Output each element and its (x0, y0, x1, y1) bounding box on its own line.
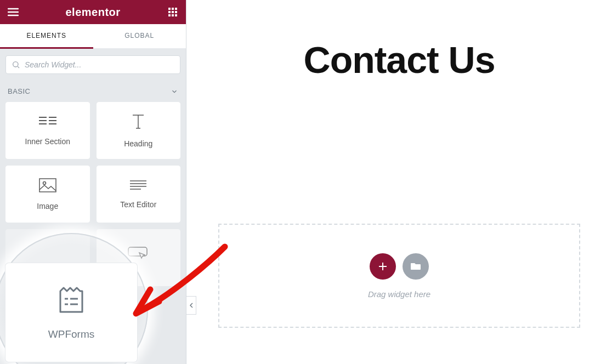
columns-icon (38, 115, 58, 128)
category-basic[interactable]: BASIC (0, 82, 186, 102)
svg-rect-7 (172, 14, 174, 16)
folder-icon (410, 262, 421, 271)
button-icon (127, 246, 149, 260)
widget-label: Inner Section (25, 137, 71, 146)
search-input[interactable] (25, 60, 174, 69)
svg-point-17 (43, 182, 46, 185)
dropzone-buttons (370, 253, 429, 280)
heading-icon (129, 113, 147, 130)
widget-label: Text Editor (120, 200, 156, 209)
svg-rect-1 (172, 8, 174, 10)
widget-wpforms[interactable]: WPForms (5, 263, 137, 362)
app-root: elementor ELEMENTS GLOBAL BASIC Inner Se… (0, 0, 612, 364)
svg-rect-5 (175, 11, 177, 13)
widget-label: Heading (124, 139, 152, 148)
svg-rect-16 (39, 179, 56, 192)
tab-global[interactable]: GLOBAL (93, 24, 186, 49)
text-editor-icon (129, 179, 148, 191)
widget-label: WPForms (48, 328, 94, 340)
svg-rect-6 (168, 14, 171, 16)
search-icon (12, 60, 20, 69)
svg-rect-3 (168, 11, 171, 13)
search-wrap (0, 49, 186, 82)
sidebar-tabs: ELEMENTS GLOBAL (0, 24, 186, 49)
page-title: Contact Us (203, 38, 596, 81)
hamburger-icon (8, 8, 19, 16)
editor-canvas[interactable]: Contact Us Drag widget here (186, 0, 612, 364)
grid-icon (168, 8, 177, 16)
widget-image[interactable]: Image (5, 166, 90, 223)
search-box[interactable] (5, 55, 180, 74)
svg-rect-8 (175, 14, 177, 16)
dropzone[interactable]: Drag widget here (218, 224, 580, 328)
svg-rect-0 (168, 8, 171, 10)
category-label: BASIC (8, 87, 31, 95)
chevron-left-icon (189, 303, 194, 308)
sidebar-topbar: elementor (0, 0, 186, 24)
menu-button[interactable] (5, 4, 21, 20)
widget-heading[interactable]: Heading (97, 102, 181, 159)
apps-button[interactable] (165, 4, 180, 20)
image-icon (38, 178, 57, 193)
add-section-button[interactable] (370, 253, 396, 280)
tab-elements[interactable]: ELEMENTS (0, 24, 93, 49)
svg-rect-4 (172, 11, 174, 13)
wpforms-icon (56, 285, 87, 315)
brand-title: elementor (65, 6, 120, 19)
widget-label: Image (37, 202, 58, 211)
plus-icon (378, 261, 388, 271)
collapse-sidebar-button[interactable] (186, 296, 196, 315)
dropzone-text: Drag widget here (368, 289, 430, 299)
chevron-down-icon (171, 88, 178, 95)
widget-text-editor[interactable]: Text Editor (97, 166, 181, 223)
svg-rect-2 (175, 8, 177, 10)
template-library-button[interactable] (403, 253, 429, 280)
widget-inner-section[interactable]: Inner Section (5, 102, 90, 159)
svg-point-9 (13, 62, 18, 67)
